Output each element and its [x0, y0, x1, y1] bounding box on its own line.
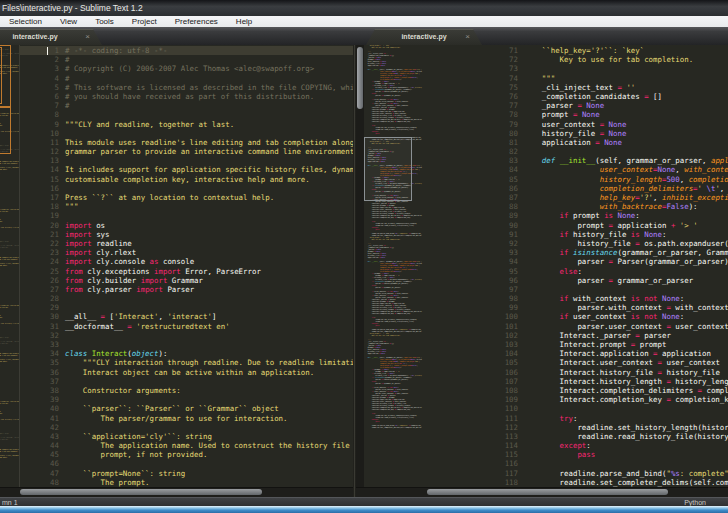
code-line[interactable]: 3# Copyright (C) 2006-2007 Alec Thomas <…: [19, 64, 353, 73]
code-line[interactable]: 80 history_file = None: [428, 129, 728, 138]
code-line[interactable]: 102 Interact._parser = parser: [428, 331, 728, 340]
code-line[interactable]: 27from cly.parser import Parser: [19, 285, 353, 294]
code-line[interactable]: 107 Interact.history_length = history_le…: [428, 377, 728, 386]
code-line[interactable]: 104 Interact.application = application: [428, 349, 728, 358]
code-line[interactable]: 15customisable completion key, interacti…: [19, 175, 353, 184]
right-vscrollbar[interactable]: [356, 45, 364, 488]
code-line[interactable]: 48 The prompt.: [19, 478, 353, 487]
code-line[interactable]: 101 parser.user_context = user_context: [428, 322, 728, 331]
code-line[interactable]: 43 ``application='cly'``: string: [19, 432, 353, 441]
code-line[interactable]: 93 if isinstance(grammar_or_parser, Gram…: [428, 248, 728, 257]
code-line[interactable]: 16: [19, 184, 353, 193]
code-line[interactable]: 12grammar parser to provide an interacti…: [19, 147, 353, 156]
code-line[interactable]: 91 if history_file is None:: [428, 230, 728, 239]
code-line[interactable]: 90 prompt = application + '> ': [428, 221, 728, 230]
code-line[interactable]: 40 ``parser``: ``Parser`` or ``Grammar``…: [19, 404, 353, 413]
code-line[interactable]: 18""": [19, 202, 353, 211]
code-line[interactable]: 42: [19, 423, 353, 432]
code-line[interactable]: 78 prompt = None: [428, 110, 728, 119]
menu-item-tools[interactable]: Tools: [86, 16, 123, 27]
code-line[interactable]: 108 Interact.completion_delimiters = com…: [428, 386, 728, 395]
code-line[interactable]: 2#: [19, 55, 353, 64]
code-line[interactable]: 106 Interact.history_file = history_file: [428, 368, 728, 377]
code-line[interactable]: 115 pass: [428, 450, 728, 459]
right-vscrollbar-thumb[interactable]: [357, 47, 363, 109]
code-line[interactable]: 9"""CLY and readline, together at last.: [19, 120, 353, 129]
code-line[interactable]: 32: [19, 331, 353, 340]
code-line[interactable]: 23import cly.rlext: [19, 248, 353, 257]
code-line[interactable]: 5# This software is licensed as describe…: [19, 83, 353, 92]
code-line[interactable]: 83 def __init__(self, grammar_or_parser,…: [428, 156, 728, 165]
minimap-viewport-lower[interactable]: [0, 107, 11, 154]
code-line[interactable]: 38 Constructor arguments:: [19, 386, 353, 395]
code-line[interactable]: 113 readline.read_history_file(history_f…: [428, 432, 728, 441]
code-line[interactable]: 76 _completion_candidates = []: [428, 92, 728, 101]
code-line[interactable]: 86 completion_delimiters=' \t',: [428, 184, 728, 193]
code-line[interactable]: 92 history_file = os.path.expanduser('~/…: [428, 239, 728, 248]
code-line[interactable]: 31__docformat__ = 'restructuredtext en': [19, 322, 353, 331]
tab-left-interactive-py[interactable]: interactive.py ×: [0, 29, 102, 45]
code-line[interactable]: 47 ``prompt=None``: string: [19, 469, 353, 478]
code-line[interactable]: 8: [19, 110, 353, 119]
code-line[interactable]: 81 application = None: [428, 138, 728, 147]
code-line[interactable]: 36 Interact object can be active within …: [19, 368, 353, 377]
left-minimap[interactable]: # -*- coding: utf-8 -*-## Copyright (C) …: [0, 45, 20, 488]
code-line[interactable]: 7#: [19, 101, 353, 110]
code-line[interactable]: 118 readline.set_completer_delims(self.c…: [428, 478, 728, 487]
code-line[interactable]: 110: [428, 404, 728, 413]
tab-right-interactive-py[interactable]: interactive.py ×: [366, 29, 482, 45]
code-line[interactable]: 82: [428, 147, 728, 156]
code-line[interactable]: 45 prompt, if not provided.: [19, 450, 353, 459]
code-line[interactable]: 24import cly.console as console: [19, 257, 353, 266]
code-line[interactable]: 117 readline.parse_and_bind("%s: complet…: [428, 469, 728, 478]
code-line[interactable]: 11This module uses readline's line editi…: [19, 138, 353, 147]
left-hscrollbar-thumb[interactable]: [20, 489, 262, 495]
menu-item-selection[interactable]: Selection: [0, 16, 51, 27]
code-line[interactable]: 19: [19, 211, 353, 220]
code-line[interactable]: 72 Key to use for tab completion.: [428, 55, 728, 64]
code-line[interactable]: 39: [19, 395, 353, 404]
code-line[interactable]: 37: [19, 377, 353, 386]
code-line[interactable]: 84 user_context=None, with_context=None,…: [428, 165, 728, 174]
code-line[interactable]: 34class Interact(object):: [19, 349, 353, 358]
right-minimap[interactable]: ``help_key='?'``: `key` Key to use for t…: [364, 45, 428, 488]
tab-close-icon[interactable]: ×: [85, 29, 90, 45]
code-line[interactable]: 4#: [19, 74, 353, 83]
code-line[interactable]: 41 The parser/grammar to use for interac…: [19, 414, 353, 423]
code-line[interactable]: 87 help_key='?', inhibit_exceptions=Fals…: [428, 193, 728, 202]
right-hscrollbar-thumb[interactable]: [427, 489, 668, 495]
left-hscrollbar[interactable]: [0, 487, 353, 497]
code-line[interactable]: 17Press ``?`` at any location to context…: [19, 193, 353, 202]
tab-close-icon[interactable]: ×: [465, 29, 470, 45]
code-line[interactable]: 105 Interact.user_context = user_context: [428, 358, 728, 367]
code-line[interactable]: 46: [19, 459, 353, 468]
code-line[interactable]: 85 history_length=500, completion_key='t…: [428, 175, 728, 184]
code-line[interactable]: 79 user_context = None: [428, 120, 728, 129]
code-line[interactable]: 20import os: [19, 221, 353, 230]
code-line[interactable]: 112 readline.set_history_length(history_…: [428, 423, 728, 432]
menu-item-help[interactable]: Help: [227, 16, 261, 27]
code-line[interactable]: 103 Interact.prompt = prompt: [428, 340, 728, 349]
code-line[interactable]: 99 parser.with_context = with_context: [428, 303, 728, 312]
code-line[interactable]: 10: [19, 129, 353, 138]
code-line[interactable]: 73: [428, 64, 728, 73]
code-line[interactable]: 1# -*- coding: utf-8 -*-: [19, 46, 353, 55]
code-line[interactable]: 88 with_backtrace=False):: [428, 202, 728, 211]
left-pane[interactable]: # -*- coding: utf-8 -*-## Copyright (C) …: [0, 45, 353, 497]
code-line[interactable]: 74 """: [428, 74, 728, 83]
code-line[interactable]: 28: [19, 294, 353, 303]
menu-item-preferences[interactable]: Preferences: [166, 16, 227, 27]
code-line[interactable]: 33: [19, 340, 353, 349]
code-line[interactable]: 94 parser = Parser(grammar_or_parser): [428, 257, 728, 266]
right-code-view[interactable]: 71 ``help_key='?'``: `key`72 Key to use …: [428, 46, 728, 488]
code-line[interactable]: 109 Interact.completion_key = completion…: [428, 395, 728, 404]
code-line[interactable]: 98 if with_context is not None:: [428, 294, 728, 303]
code-line[interactable]: 71 ``help_key='?'``: `key`: [428, 46, 728, 55]
code-line[interactable]: 114 except:: [428, 441, 728, 450]
code-line[interactable]: 29: [19, 303, 353, 312]
menu-item-view[interactable]: View: [51, 16, 86, 27]
code-line[interactable]: 116: [428, 459, 728, 468]
code-line[interactable]: 13: [19, 156, 353, 165]
code-line[interactable]: 35 """CLY interaction through readline. …: [19, 358, 353, 367]
code-line[interactable]: 89 if prompt is None:: [428, 211, 728, 220]
